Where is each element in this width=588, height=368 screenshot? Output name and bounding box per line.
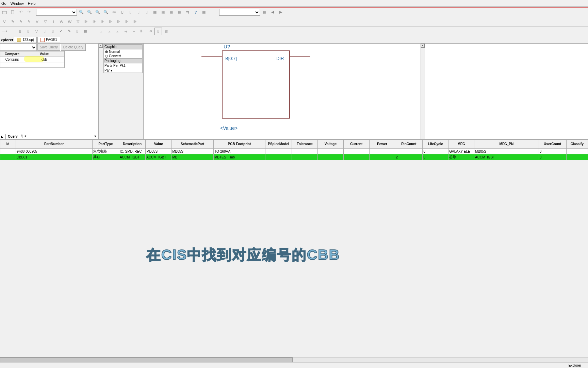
column-header[interactable]: MFG: [448, 140, 474, 149]
column-header[interactable]: UserCount: [539, 140, 566, 149]
column-header[interactable]: PartType: [92, 140, 119, 149]
a2-icon[interactable]: ⫠: [105, 28, 113, 35]
v-icon[interactable]: V: [1, 18, 8, 26]
doc3-icon[interactable]: ▯: [143, 9, 150, 16]
v2-icon[interactable]: V: [33, 18, 41, 26]
tab-project[interactable]: 123.opj: [14, 37, 37, 43]
query-tab[interactable]: Query: [5, 134, 20, 139]
save-query-button[interactable]: Save Query: [37, 44, 60, 51]
t1-icon[interactable]: ⟶: [1, 28, 8, 35]
doc2-icon[interactable]: ▯: [135, 9, 142, 16]
next-icon[interactable]: ▶: [277, 9, 284, 16]
a1-icon[interactable]: ⫠: [97, 28, 105, 35]
c5-icon[interactable]: ⊪: [115, 18, 122, 26]
convert-radio[interactable]: Convert: [103, 54, 143, 58]
p3-icon[interactable]: ✎: [25, 18, 33, 26]
compare-cell-empty[interactable]: [0, 62, 24, 68]
column-header[interactable]: Description: [119, 140, 145, 149]
c6-icon[interactable]: ⊪: [123, 18, 131, 26]
column-header[interactable]: Voltage: [317, 140, 343, 149]
column-header[interactable]: Current: [343, 140, 369, 149]
column-header[interactable]: SchematicPart: [172, 140, 214, 149]
a8-icon[interactable]: ▯: [154, 28, 162, 35]
value-cell-empty[interactable]: [24, 62, 64, 68]
normal-radio[interactable]: Normal: [103, 49, 143, 54]
zoom-out-icon[interactable]: 🔍: [86, 9, 93, 16]
a7-icon[interactable]: ⇥: [146, 28, 154, 35]
column-header[interactable]: LifeCycle: [423, 140, 448, 149]
a6-icon[interactable]: ⊪: [138, 28, 146, 35]
menu-help[interactable]: Help: [28, 1, 36, 5]
t7-icon[interactable]: ✓: [57, 28, 65, 35]
p1-icon[interactable]: ✎: [9, 18, 16, 26]
column-header[interactable]: MFG_PN: [474, 140, 539, 149]
w-icon[interactable]: W: [58, 18, 65, 26]
undo-icon[interactable]: ↶: [17, 9, 24, 16]
a5-icon[interactable]: ⫤: [130, 28, 137, 35]
t10-icon[interactable]: ▦: [82, 28, 89, 35]
column-header[interactable]: Classify: [566, 140, 588, 149]
c4-icon[interactable]: ⊪: [107, 18, 114, 26]
c3-icon[interactable]: ⊪: [99, 18, 106, 26]
zoom-area-icon[interactable]: 🔍: [94, 9, 101, 16]
p2-icon[interactable]: ✎: [17, 18, 24, 26]
column-header[interactable]: Value: [146, 140, 172, 149]
c2-icon[interactable]: ⊪: [91, 18, 98, 26]
tab-page[interactable]: PAGE1: [37, 37, 60, 43]
prev-icon[interactable]: ◀: [269, 9, 276, 16]
link-icon[interactable]: ⇆: [184, 9, 191, 16]
grid3-icon[interactable]: ▦: [167, 9, 175, 16]
i-icon[interactable]: I: [50, 18, 57, 26]
t3-icon[interactable]: ▯: [24, 28, 32, 35]
column-header[interactable]: PartNumber: [16, 140, 92, 149]
column-header[interactable]: Id: [0, 140, 16, 149]
column-header[interactable]: PSpiceModel: [265, 140, 292, 149]
c7-icon[interactable]: ⊪: [131, 18, 139, 26]
query-select[interactable]: [0, 44, 37, 51]
open-icon[interactable]: [1, 9, 8, 16]
flag-icon[interactable]: ▽: [74, 18, 82, 26]
menu-go[interactable]: Go: [1, 1, 6, 5]
zoom-in-icon[interactable]: 🔍: [78, 9, 85, 16]
table-icon[interactable]: ▦: [200, 9, 208, 16]
a9-icon[interactable]: 🗑: [163, 28, 170, 35]
menu-window[interactable]: Window: [11, 1, 24, 5]
paste-icon[interactable]: [9, 9, 16, 16]
grid1-icon[interactable]: ▦: [151, 9, 159, 16]
t8-icon[interactable]: ✎: [65, 28, 73, 35]
u-icon[interactable]: U: [118, 9, 126, 16]
grid-toggle-icon[interactable]: ▦: [261, 9, 268, 16]
t2-icon[interactable]: ▯: [16, 28, 24, 35]
t5-icon[interactable]: ▯: [41, 28, 48, 35]
help-icon[interactable]: ?: [192, 9, 199, 16]
a4-icon[interactable]: ⫤: [122, 28, 129, 35]
zoom-fit-icon[interactable]: 🔍: [102, 9, 110, 16]
eye-icon[interactable]: 👁: [110, 9, 118, 16]
table-row[interactable]: CBB01其它ACCM_IGBTACCM_IGBTMBMBTEST_mb20芯导…: [0, 154, 588, 160]
par-select[interactable]: Par ▾: [103, 68, 143, 73]
column-header[interactable]: Power: [369, 140, 395, 149]
horizontal-scrollbar[interactable]: [0, 357, 588, 363]
w2-icon[interactable]: W: [66, 18, 74, 26]
scroll-thumb[interactable]: [0, 357, 293, 362]
doc1-icon[interactable]: ▯: [127, 9, 134, 16]
column-header[interactable]: Tolerance: [292, 140, 318, 149]
value-input[interactable]: cbb: [24, 57, 64, 62]
column-header[interactable]: PinCount: [395, 140, 423, 149]
scale-combo[interactable]: [219, 9, 260, 16]
c1-icon[interactable]: ⊪: [82, 18, 90, 26]
table-row[interactable]: ew08-000205集成电路IC, SMD, RECMB05SMB05STO-…: [0, 149, 588, 154]
redo-icon[interactable]: ↷: [25, 9, 33, 16]
grid2-icon[interactable]: ▦: [159, 9, 167, 16]
t9-icon[interactable]: ▯: [74, 28, 81, 35]
a3-icon[interactable]: ⫠: [114, 28, 121, 35]
close-icon-2[interactable]: ×: [421, 44, 425, 48]
t4-icon[interactable]: ▽: [33, 28, 40, 35]
part-combo[interactable]: [36, 9, 77, 16]
close-icon[interactable]: ×: [99, 44, 103, 48]
column-header[interactable]: PCB Footprint: [214, 140, 265, 149]
compare-cell[interactable]: Contains: [0, 57, 24, 62]
delete-query-button[interactable]: Delete Query: [61, 44, 86, 51]
p4-icon[interactable]: ▽: [42, 18, 49, 26]
grid4-icon[interactable]: ▦: [176, 9, 183, 16]
